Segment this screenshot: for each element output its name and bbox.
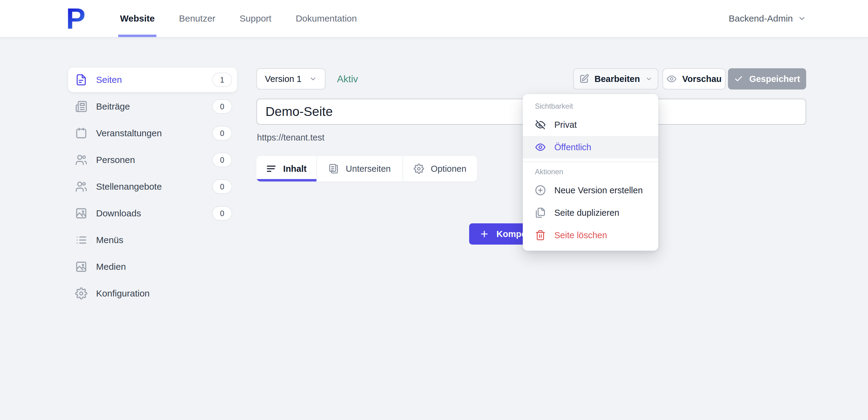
menu-item-seite-duplizieren[interactable]: Seite duplizieren xyxy=(523,201,658,224)
menu-item-label: Öffentlich xyxy=(554,142,591,152)
sidebar-item-label: Veranstaltungen xyxy=(96,128,212,138)
tab-unterseiten[interactable]: Unterseiten xyxy=(317,156,403,181)
sidebar: Seiten 1 Beiträge 0 Veranstaltungen 0 xyxy=(68,68,237,306)
menu-item-seite-loeschen[interactable]: Seite löschen xyxy=(523,224,658,246)
nav-item-label: Support xyxy=(240,13,272,24)
clipboard-copy-icon xyxy=(329,164,339,174)
active-nav-underline xyxy=(118,35,156,37)
sidebar-item-label: Konfiguration xyxy=(96,288,232,299)
menu-item-label: Seite löschen xyxy=(554,230,607,240)
nav-item-label: Benutzer xyxy=(179,13,215,24)
eye-off-icon xyxy=(535,119,546,130)
main-nav: Website Benutzer Support Dokumentation xyxy=(120,0,357,37)
menu-divider xyxy=(523,162,658,162)
tab-bar: Inhalt Unterseiten O xyxy=(256,156,477,181)
list-icon xyxy=(75,234,88,246)
edit-button-label: Bearbeiten xyxy=(595,74,640,84)
plus-icon xyxy=(479,229,489,239)
user-menu-button[interactable]: Backend-Admin xyxy=(728,13,806,24)
nav-item-dokumentation[interactable]: Dokumentation xyxy=(296,0,357,37)
brand-logo[interactable]: P xyxy=(66,4,99,33)
user-menu-label: Backend-Admin xyxy=(728,13,793,24)
preview-button-label: Vorschau xyxy=(682,74,722,84)
tab-label: Unterseiten xyxy=(346,164,391,174)
copy-icon xyxy=(535,207,546,218)
preview-button[interactable]: Vorschau xyxy=(662,68,725,89)
sidebar-item-beitraege[interactable]: Beiträge 0 xyxy=(68,94,237,119)
nav-item-label: Website xyxy=(120,13,155,24)
tab-inhalt[interactable]: Inhalt xyxy=(256,156,317,181)
count-badge: 0 xyxy=(212,99,232,114)
nav-item-support[interactable]: Support xyxy=(240,0,272,37)
sidebar-item-downloads[interactable]: Downloads 0 xyxy=(68,201,237,225)
sidebar-item-label: Menüs xyxy=(96,235,232,245)
eye-icon xyxy=(666,74,677,84)
count-badge: 0 xyxy=(212,152,232,167)
chevron-down-icon xyxy=(645,75,652,83)
newspaper-icon xyxy=(75,100,88,113)
sidebar-item-veranstaltungen[interactable]: Veranstaltungen 0 xyxy=(68,121,237,145)
sidebar-item-konfiguration[interactable]: Konfiguration xyxy=(68,281,237,306)
file-text-icon xyxy=(75,74,88,86)
tab-label: Optionen xyxy=(431,164,466,174)
sidebar-item-stellenangebote[interactable]: Stellenangebote 0 xyxy=(68,174,237,199)
nav-item-label: Dokumentation xyxy=(296,13,357,24)
menu-item-label: Seite duplizieren xyxy=(554,208,619,218)
version-select[interactable]: Version 1 xyxy=(256,68,326,89)
sidebar-item-label: Medien xyxy=(96,261,232,272)
edit-dropdown-menu: Sichtbarkeit Privat Öffentlich Aktionen xyxy=(523,94,658,251)
sidebar-item-label: Personen xyxy=(96,155,212,165)
tab-label: Inhalt xyxy=(283,164,306,174)
chevron-down-icon xyxy=(798,14,806,23)
users-icon xyxy=(75,180,88,193)
count-badge: 0 xyxy=(212,126,232,140)
app-root: P Website Benutzer Support Dokumentation… xyxy=(0,0,868,420)
nav-item-benutzer[interactable]: Benutzer xyxy=(179,0,215,37)
sidebar-item-label: Stellenangebote xyxy=(96,181,212,192)
count-badge: 0 xyxy=(212,179,232,194)
tab-optionen[interactable]: Optionen xyxy=(403,156,477,181)
eye-icon xyxy=(535,142,546,152)
menu-section-header: Aktionen xyxy=(523,165,658,179)
menu-section-header: Sichtbarkeit xyxy=(523,100,658,113)
menu-item-label: Privat xyxy=(554,120,577,130)
menu-item-label: Neue Version erstellen xyxy=(554,186,643,195)
users-icon xyxy=(75,153,88,166)
menu-item-privat[interactable]: Privat xyxy=(523,113,658,136)
sidebar-item-seiten[interactable]: Seiten 1 xyxy=(68,68,237,92)
image-icon xyxy=(75,207,88,220)
status-badge: Aktiv xyxy=(337,74,358,85)
page-toolbar: Version 1 Aktiv Bearbeiten xyxy=(256,68,806,89)
version-select-value: Version 1 xyxy=(265,74,302,84)
saved-button-label: Gespeichert xyxy=(749,74,800,84)
gear-icon xyxy=(414,164,424,174)
sidebar-item-label: Beiträge xyxy=(96,101,212,112)
calendar-icon xyxy=(75,127,88,140)
edit-button[interactable]: Bearbeiten xyxy=(573,68,658,89)
saved-button[interactable]: Gespeichert xyxy=(728,68,806,89)
plus-circle-icon xyxy=(535,185,546,196)
sidebar-item-menues[interactable]: Menüs xyxy=(68,228,237,252)
menu-item-oeffentlich[interactable]: Öffentlich xyxy=(523,136,658,159)
align-left-icon xyxy=(266,164,276,174)
count-badge: 0 xyxy=(212,206,232,221)
count-badge: 1 xyxy=(212,73,232,87)
chevron-down-icon xyxy=(309,75,317,83)
sidebar-item-label: Downloads xyxy=(96,208,212,219)
image-icon xyxy=(75,260,88,273)
sidebar-item-personen[interactable]: Personen 0 xyxy=(68,148,237,172)
check-icon xyxy=(734,74,743,83)
top-bar: P Website Benutzer Support Dokumentation… xyxy=(0,0,868,38)
menu-item-neue-version[interactable]: Neue Version erstellen xyxy=(523,179,658,201)
trash-icon xyxy=(535,230,546,241)
nav-item-website[interactable]: Website xyxy=(120,0,155,37)
sidebar-item-medien[interactable]: Medien xyxy=(68,255,237,279)
gear-icon xyxy=(75,287,88,300)
sidebar-item-label: Seiten xyxy=(96,75,212,85)
edit-pencil-icon xyxy=(579,74,589,84)
